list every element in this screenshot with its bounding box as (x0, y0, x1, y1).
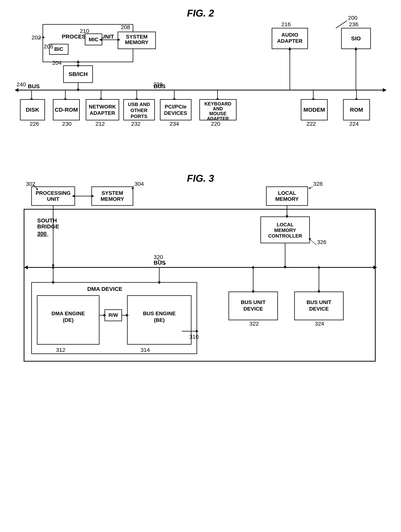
svg-rect-54 (86, 100, 119, 120)
svg-text:322: 322 (249, 321, 259, 327)
svg-rect-61 (160, 100, 191, 120)
svg-marker-135 (103, 314, 106, 317)
svg-rect-64 (200, 100, 236, 120)
svg-marker-162 (131, 188, 134, 190)
fig2-title: FIG. 2 (13, 7, 388, 19)
svg-rect-93 (32, 187, 75, 205)
svg-text:BIC: BIC (54, 46, 63, 52)
svg-marker-39 (100, 99, 102, 101)
svg-rect-30 (342, 28, 371, 49)
svg-text:MODEM: MODEM (303, 107, 325, 113)
svg-text:DEVICE: DEVICE (309, 306, 329, 312)
svg-text:NETWORK: NETWORK (89, 104, 116, 110)
svg-text:300: 300 (37, 230, 47, 237)
svg-text:MEMORY: MEMORY (125, 39, 148, 45)
svg-rect-124 (32, 282, 197, 354)
svg-marker-117 (52, 265, 54, 267)
svg-text:PORTS: PORTS (130, 114, 148, 119)
svg-text:MOUSE: MOUSE (209, 111, 226, 116)
svg-marker-35 (30, 99, 33, 101)
svg-rect-96 (92, 187, 133, 205)
svg-rect-148 (295, 292, 343, 320)
svg-text:320: 320 (154, 254, 163, 260)
svg-text:SIO: SIO (351, 35, 361, 41)
svg-marker-41 (136, 99, 138, 101)
svg-text:R/W: R/W (108, 312, 118, 318)
svg-text:AND: AND (213, 106, 223, 111)
svg-marker-103 (72, 195, 75, 197)
svg-text:UNIT: UNIT (47, 196, 59, 202)
svg-marker-37 (64, 99, 67, 101)
svg-text:DISK: DISK (26, 107, 39, 113)
svg-marker-45 (216, 99, 219, 101)
svg-marker-156 (318, 266, 320, 268)
svg-text:SYSTEM: SYSTEM (126, 34, 148, 40)
svg-text:ADAPTER: ADAPTER (277, 38, 302, 44)
svg-text:DEVICES: DEVICES (164, 110, 187, 116)
svg-marker-33 (355, 47, 357, 50)
svg-text:326: 326 (317, 239, 326, 245)
svg-text:MEMORY: MEMORY (274, 228, 296, 233)
svg-text:230: 230 (62, 121, 71, 127)
svg-text:MIC: MIC (89, 37, 98, 42)
svg-rect-105 (24, 209, 375, 361)
svg-text:ROM: ROM (350, 107, 363, 113)
svg-text:210: 210 (80, 28, 89, 34)
svg-text:BUS: BUS (28, 83, 40, 89)
svg-text:BUS: BUS (154, 83, 165, 89)
svg-text:CONTROLLER: CONTROLLER (268, 233, 302, 239)
svg-line-164 (310, 186, 313, 189)
svg-marker-168 (308, 238, 311, 240)
svg-line-0 (336, 21, 347, 28)
svg-text:BUS ENGINE: BUS ENGINE (143, 310, 175, 316)
svg-text:SYSTEM: SYSTEM (101, 190, 123, 196)
svg-line-167 (310, 239, 317, 245)
svg-rect-71 (343, 100, 370, 120)
svg-text:BUS UNIT: BUS UNIT (306, 299, 331, 305)
svg-text:222: 222 (306, 121, 316, 127)
svg-marker-153 (252, 266, 254, 268)
svg-rect-52 (53, 100, 79, 120)
svg-text:226: 226 (30, 121, 39, 127)
svg-text:LOCAL: LOCAL (278, 190, 296, 196)
svg-text:PROCESSING UNIT: PROCESSING UNIT (62, 33, 114, 40)
svg-text:234: 234 (170, 121, 179, 127)
figure-2: FIG. 2 PROCESSING UNIT MIC SYSTEM MEMORY… (13, 7, 388, 150)
svg-marker-16 (77, 65, 79, 68)
svg-text:(DE): (DE) (63, 317, 74, 323)
svg-marker-137 (126, 314, 129, 317)
svg-text:SB/ICH: SB/ICH (69, 71, 88, 77)
svg-marker-152 (252, 291, 254, 293)
svg-rect-69 (301, 100, 327, 120)
svg-marker-142 (158, 281, 161, 284)
svg-text:MEMORY: MEMORY (275, 196, 299, 202)
svg-marker-11 (99, 38, 102, 41)
svg-text:224: 224 (349, 121, 359, 127)
svg-rect-129 (105, 310, 122, 321)
svg-text:KEYBOARD: KEYBOARD (204, 101, 231, 106)
svg-marker-144 (196, 330, 199, 333)
svg-text:ADAPTER: ADAPTER (90, 110, 115, 116)
svg-text:MEMORY: MEMORY (100, 196, 124, 202)
svg-text:314: 314 (141, 347, 150, 353)
svg-marker-24 (77, 89, 79, 92)
svg-rect-1 (43, 24, 133, 62)
svg-line-161 (133, 186, 134, 189)
svg-text:(BE): (BE) (154, 317, 165, 323)
svg-text:CD-ROM: CD-ROM (55, 107, 78, 113)
svg-text:324: 324 (315, 321, 324, 327)
svg-text:312: 312 (56, 347, 65, 353)
svg-rect-145 (229, 292, 278, 320)
svg-text:PROCESSING: PROCESSING (35, 190, 71, 196)
svg-text:220: 220 (211, 121, 220, 127)
svg-text:ADAPTER: ADAPTER (207, 116, 229, 121)
svg-text:AUDIO: AUDIO (281, 32, 298, 38)
svg-rect-110 (261, 217, 310, 243)
svg-text:204: 204 (52, 60, 62, 66)
svg-text:DMA DEVICE: DMA DEVICE (87, 286, 122, 292)
svg-text:310: 310 (189, 334, 199, 340)
svg-rect-5 (118, 32, 155, 49)
svg-text:BUS: BUS (154, 260, 165, 266)
svg-text:236: 236 (349, 21, 358, 27)
svg-text:BUS UNIT: BUS UNIT (241, 299, 265, 305)
